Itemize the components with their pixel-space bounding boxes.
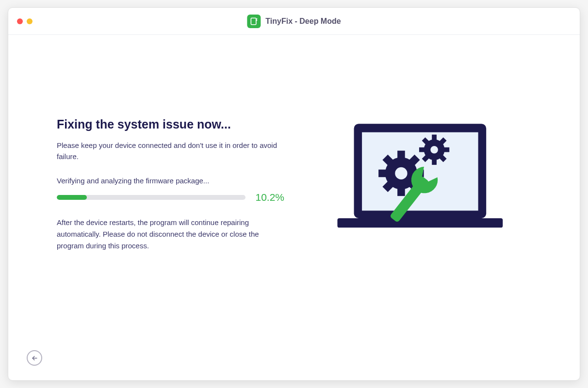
arrow-left-icon (31, 355, 38, 362)
app-title: TinyFix - Deep Mode (265, 17, 341, 26)
svg-point-23 (430, 146, 438, 154)
progress-percent: 10.2% (255, 192, 284, 203)
titlebar-center: TinyFix - Deep Mode (247, 15, 341, 28)
titlebar: TinyFix - Deep Mode (8, 8, 580, 35)
note-text: After the device restarts, the program w… (57, 217, 284, 252)
main-content: Fixing the system issue now... Please ke… (8, 35, 580, 252)
svg-rect-0 (251, 18, 256, 25)
back-button[interactable] (27, 350, 42, 366)
app-window: TinyFix - Deep Mode Fixing the system is… (8, 7, 580, 381)
app-icon (247, 15, 261, 28)
right-pane (304, 117, 531, 252)
status-text: Verifying and analyzing the firmware pac… (57, 177, 284, 185)
progress-fill (57, 195, 87, 200)
svg-rect-3 (337, 218, 503, 227)
laptop-repair-illustration (328, 117, 507, 243)
close-window-button[interactable] (17, 18, 23, 24)
progress-bar (57, 195, 245, 200)
minimize-window-button[interactable] (27, 18, 33, 24)
progress-row: 10.2% (57, 192, 284, 203)
left-pane: Fixing the system issue now... Please ke… (57, 117, 284, 252)
page-heading: Fixing the system issue now... (57, 117, 284, 131)
window-controls (17, 18, 33, 24)
svg-point-13 (395, 167, 407, 179)
instruction-text: Please keep your device connected and do… (57, 140, 284, 162)
